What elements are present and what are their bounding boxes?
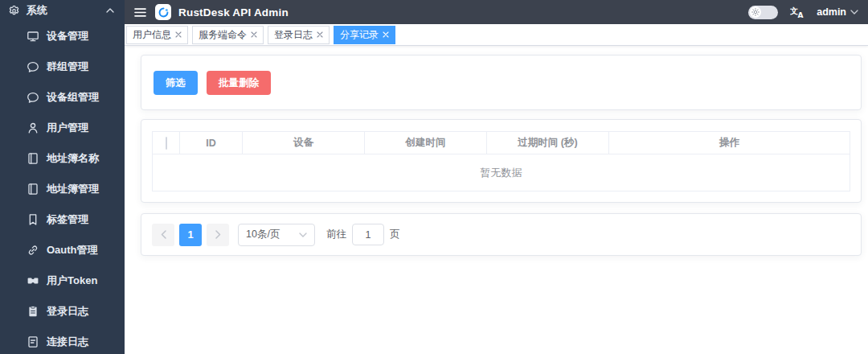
tabs-bar: 用户信息 服务端命令 登录日志 分享记录 [125,24,868,46]
theme-toggle[interactable] [748,6,778,19]
empty-state-text: 暂无数据 [153,154,850,191]
gear-icon [8,5,20,17]
link-icon [27,244,39,257]
tab-user-info[interactable]: 用户信息 [126,26,188,44]
monitor-icon [27,30,39,43]
column-header-actions: 操作 [609,132,850,154]
sidebar-item-login-log[interactable]: 登录日志 [0,296,125,327]
share-records-table: ID 设备 创建时间 过期时间 (秒) 操作 暂无数据 [152,131,850,191]
table-header-row: ID 设备 创建时间 过期时间 (秒) 操作 [153,132,850,154]
sidebar-item-label: 设备管理 [47,29,88,43]
chevron-down-icon [850,10,858,14]
user-icon [27,121,39,134]
pagination-card: 1 10条/页 前往 页 [141,213,862,256]
close-icon[interactable] [383,31,389,38]
app-window: 系统 设备管理 群组管理 [0,0,868,354]
sidebar-item-user-token[interactable]: 用户Token [0,266,125,296]
goto-label: 前往 [326,228,346,241]
sidebar-item-user-management[interactable]: 用户管理 [0,113,125,143]
username: admin [817,6,846,18]
page-size-value: 10条/页 [246,228,280,241]
next-page-button[interactable] [207,224,229,246]
svg-text:A: A [798,11,804,19]
tab-server-command[interactable]: 服务端命令 [192,26,264,44]
empty-row: 暂无数据 [153,154,850,191]
tab-label: 登录日志 [274,28,313,42]
address-book-icon [27,183,39,196]
sun-icon [750,6,761,18]
sidebar-item-connection-log[interactable]: 连接日志 [0,327,125,354]
close-icon[interactable] [251,31,257,38]
topbar: RustDesk API Admin 文 A admin [125,0,868,24]
sidebar-item-label: 设备组管理 [47,90,99,105]
sidebar-item-label: Oauth管理 [47,243,98,257]
toolbar-card: 筛选 批量删除 [141,55,862,110]
chat-icon [27,60,39,73]
svg-text:文: 文 [790,6,798,15]
goto-page-input[interactable] [352,224,384,245]
clipboard-icon [27,305,39,318]
sidebar-item-tag-management[interactable]: 标签管理 [0,204,125,235]
table-card: ID 设备 创建时间 过期时间 (秒) 操作 暂无数据 [141,119,862,203]
sidebar-item-label: 连接日志 [47,335,88,349]
chevron-up-icon [106,8,114,13]
select-all-checkbox[interactable] [166,137,167,150]
document-icon [27,335,39,348]
page-number-button[interactable]: 1 [179,224,202,246]
chevron-down-icon [299,233,307,237]
sidebar-item-label: 登录日志 [47,304,88,319]
close-icon[interactable] [175,31,182,38]
tab-label: 分享记录 [340,28,379,42]
tab-label: 服务端命令 [199,28,247,42]
chat-icon [27,91,39,104]
sidebar-item-group-management[interactable]: 群组管理 [0,51,125,82]
tab-login-log[interactable]: 登录日志 [268,26,330,44]
page-size-select[interactable]: 10条/页 [238,224,315,246]
main-content: 筛选 批量删除 ID 设备 创建时间 过期时 [125,46,868,354]
column-header-id: ID [180,132,243,154]
sidebar-item-label: 地址簿管理 [47,182,99,196]
sidebar-group-system[interactable]: 系统 [0,0,125,21]
page-unit-label: 页 [390,228,400,241]
user-dropdown[interactable]: admin [817,6,858,18]
column-header-created-at: 创建时间 [365,132,487,154]
sidebar-item-oauth-management[interactable]: Oauth管理 [0,235,125,266]
sidebar-item-label: 用户Token [47,274,97,288]
column-header-device: 设备 [243,132,365,154]
close-icon[interactable] [317,31,323,38]
address-book-icon [27,152,39,165]
app-title: RustDesk API Admin [178,6,289,19]
language-switch-icon[interactable]: 文 A [790,6,805,19]
sidebar-item-address-book-name[interactable]: 地址簿名称 [0,143,125,174]
filter-button[interactable]: 筛选 [154,71,198,95]
sidebar-item-device-group-management[interactable]: 设备组管理 [0,82,125,113]
sidebar-item-label: 地址簿名称 [47,151,99,166]
sidebar-item-device-management[interactable]: 设备管理 [0,21,125,51]
sidebar-item-address-book-management[interactable]: 地址簿管理 [0,174,125,204]
sidebar: 系统 设备管理 群组管理 [0,0,125,354]
rustdesk-logo [155,4,171,20]
select-all-header [153,132,180,154]
prev-page-button[interactable] [152,224,174,246]
tab-label: 用户信息 [133,28,171,42]
sidebar-item-label: 标签管理 [47,212,88,227]
sidebar-item-label: 群组管理 [47,60,88,74]
bookmark-icon [27,213,39,226]
ticket-icon [27,274,39,287]
sidebar-item-label: 用户管理 [47,121,88,135]
tab-share-records[interactable]: 分享记录 [334,26,395,44]
column-header-expire-seconds: 过期时间 (秒) [487,132,609,154]
bulk-delete-button[interactable]: 批量删除 [207,71,271,95]
hamburger-menu-icon[interactable] [134,7,146,18]
sidebar-group-label: 系统 [27,3,47,18]
